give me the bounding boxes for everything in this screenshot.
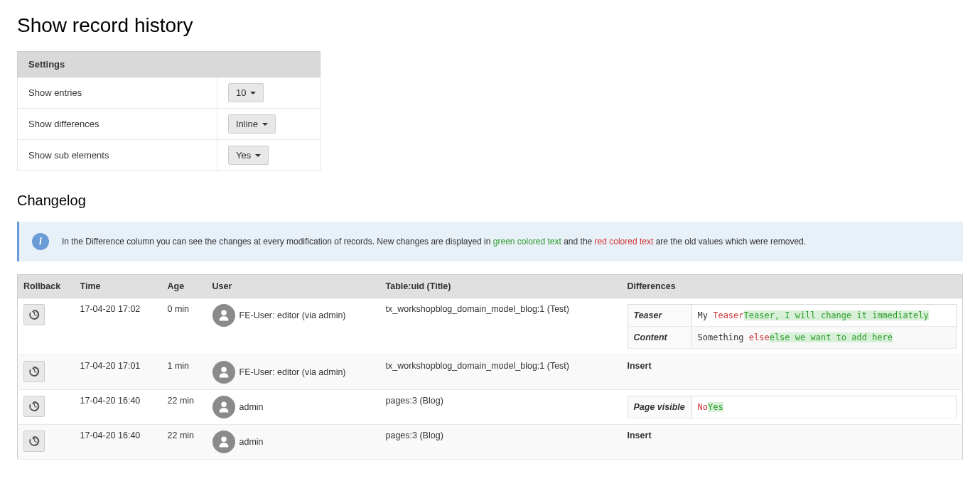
avatar (212, 304, 235, 327)
history-icon (28, 366, 40, 377)
cell-table-uid: pages:3 (Blog) (380, 390, 622, 425)
col-table-uid: Table:uid (Title) (380, 275, 622, 298)
diff-text: Insert (628, 361, 652, 371)
diff-value: Something elseelse we want to add here (691, 327, 957, 349)
avatar (212, 396, 235, 418)
changelog-heading: Changelog (17, 193, 963, 209)
settings-table: Settings Show entries 10 Show difference… (17, 51, 321, 171)
user-cell: admin (212, 396, 375, 418)
user-name: FE-User: editor (via admin) (239, 367, 346, 377)
cell-time: 17-04-20 16:40 (75, 425, 162, 460)
cell-table-uid: tx_workshopblog_domain_model_blog:1 (Tes… (380, 355, 622, 390)
user-name: FE-User: editor (via admin) (239, 310, 346, 320)
changelog-table: Rollback Time Age User Table:uid (Title)… (17, 274, 963, 460)
avatar (212, 361, 235, 384)
green-text-hint: green colored text (493, 237, 561, 247)
col-time: Time (75, 275, 162, 298)
settings-dropdown-1[interactable]: Inline (228, 114, 276, 134)
cell-table-uid: tx_workshopblog_domain_model_blog:1 (Tes… (380, 298, 622, 355)
col-user: User (207, 275, 380, 298)
settings-header: Settings (18, 52, 321, 77)
diff-value: My TeaserTeaser, I will change it immedi… (691, 305, 957, 327)
page-title: Show record history (17, 14, 963, 37)
info-text: In the Difference column you can see the… (62, 237, 806, 247)
diff-new: Yes (708, 402, 723, 412)
dropdown-value: 10 (236, 87, 246, 98)
user-icon (217, 435, 231, 449)
cell-age: 0 min (162, 298, 207, 355)
rollback-button[interactable] (23, 396, 45, 417)
history-icon (28, 401, 40, 412)
diff-table: Teaser My TeaserTeaser, I will change it… (628, 304, 957, 349)
red-text-hint: red colored text (595, 237, 654, 247)
cell-age: 22 min (162, 390, 207, 425)
settings-label: Show sub elements (18, 140, 217, 171)
col-differences: Differences (622, 275, 963, 298)
diff-new: else we want to add here (770, 332, 893, 342)
diff-old: No (698, 402, 708, 412)
history-icon (28, 435, 40, 447)
cell-time: 17-04-20 17:02 (75, 298, 162, 355)
table-row: 17-04-20 16:40 22 min admin pages:3 (Blo… (18, 425, 963, 460)
user-icon (217, 400, 231, 414)
diff-table: Page visible NoYes (628, 396, 957, 418)
col-age: Age (162, 275, 207, 298)
avatar (212, 431, 235, 453)
cell-age: 1 min (162, 355, 207, 390)
settings-label: Show entries (18, 77, 217, 109)
user-name: admin (239, 402, 264, 412)
table-row: 17-04-20 16:40 22 min admin pages:3 (Blo… (18, 390, 963, 425)
diff-old: else (749, 332, 770, 342)
settings-dropdown-0[interactable]: 10 (228, 83, 264, 102)
chevron-down-icon (255, 154, 261, 157)
diff-field: Teaser (628, 305, 691, 327)
col-rollback: Rollback (18, 275, 75, 298)
rollback-button[interactable] (23, 304, 45, 325)
rollback-button[interactable] (23, 431, 45, 452)
cell-age: 22 min (162, 425, 207, 460)
user-icon (217, 308, 231, 323)
user-cell: FE-User: editor (via admin) (212, 361, 375, 384)
cell-table-uid: pages:3 (Blog) (380, 425, 622, 460)
user-name: admin (239, 437, 264, 447)
diff-field: Content (628, 327, 691, 349)
user-cell: FE-User: editor (via admin) (212, 304, 375, 327)
chevron-down-icon (262, 123, 268, 126)
settings-label: Show differences (18, 109, 217, 140)
diff-value: NoYes (691, 396, 957, 418)
dropdown-value: Inline (236, 119, 258, 129)
dropdown-value: Yes (236, 150, 251, 161)
diff-text: Insert (628, 431, 652, 440)
info-alert: i In the Difference column you can see t… (17, 222, 963, 261)
rollback-button[interactable] (23, 361, 45, 382)
chevron-down-icon (250, 92, 256, 94)
table-row: 17-04-20 17:02 0 min FE-User: editor (vi… (18, 298, 963, 355)
diff-old: Teaser (713, 310, 743, 320)
diff-field: Page visible (628, 396, 691, 418)
table-row: 17-04-20 17:01 1 min FE-User: editor (vi… (18, 355, 963, 390)
history-icon (28, 309, 40, 320)
cell-time: 17-04-20 16:40 (75, 390, 162, 425)
user-cell: admin (212, 431, 375, 453)
diff-new: Teaser, I will change it immediately (744, 310, 929, 320)
user-icon (217, 365, 231, 379)
settings-dropdown-2[interactable]: Yes (228, 146, 269, 165)
info-icon: i (32, 233, 49, 250)
cell-time: 17-04-20 17:01 (75, 355, 162, 390)
